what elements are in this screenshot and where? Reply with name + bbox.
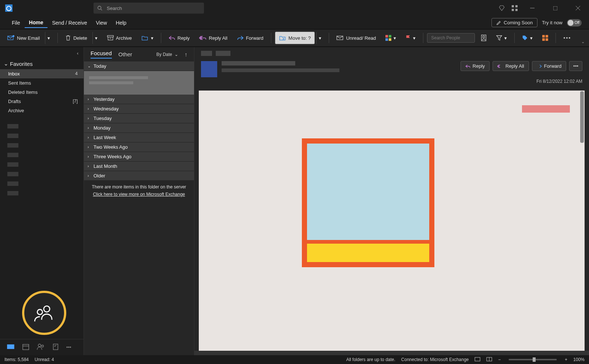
menubar: File Home Send / Receive View Help Comin…	[0, 16, 589, 29]
status-items: Items: 5,584	[4, 357, 29, 362]
view-reading-button[interactable]	[486, 357, 492, 363]
close-button[interactable]	[570, 1, 586, 15]
categorize-button[interactable]: ▾	[382, 32, 400, 44]
folder-drafts[interactable]: Drafts [7]	[0, 97, 84, 106]
menu-home[interactable]: Home	[25, 18, 48, 28]
group-older[interactable]: ›Older	[84, 171, 194, 181]
premium-icon[interactable]	[498, 5, 505, 11]
delete-dropdown[interactable]: ▾	[92, 32, 101, 44]
coming-soon-button[interactable]: Coming Soon	[491, 18, 537, 27]
search-people-input[interactable]	[427, 33, 475, 43]
svg-point-28	[37, 310, 42, 315]
sort-direction-button[interactable]: ↑	[185, 51, 188, 57]
ribbon-expand-button[interactable]: ⌄	[581, 39, 585, 44]
archive-icon	[107, 35, 114, 41]
group-last-month[interactable]: ›Last Month	[84, 162, 194, 171]
apps-icon[interactable]	[512, 5, 518, 11]
horizontal-scrollbar[interactable]	[194, 351, 589, 355]
address-book-button[interactable]	[477, 32, 490, 44]
view-normal-button[interactable]	[475, 357, 480, 363]
chevron-right-icon: ›	[88, 145, 91, 149]
pane-reply-all-button[interactable]: Reply All	[493, 61, 529, 71]
group-today[interactable]: ⌄ Today	[84, 61, 194, 71]
zoom-in-button[interactable]: +	[565, 357, 567, 362]
favorites-header[interactable]: ⌄ Favorites	[0, 57, 84, 69]
tags-button[interactable]: ▾	[518, 32, 536, 44]
redacted-folders	[0, 115, 84, 204]
svg-rect-4	[512, 9, 514, 11]
archive-button[interactable]: Archive	[103, 32, 135, 44]
calendar-view-button[interactable]	[22, 343, 29, 351]
chevron-right-icon: ›	[88, 126, 91, 130]
chevron-right-icon: ›	[88, 97, 91, 101]
statusbar: Items: 5,584 Unread: 4 All folders are u…	[0, 355, 589, 364]
collapse-pane-button[interactable]: ‹	[75, 50, 81, 57]
tab-focused[interactable]: Focused	[91, 50, 112, 59]
vertical-scrollbar[interactable]	[580, 91, 584, 143]
menu-file[interactable]: File	[7, 18, 25, 28]
tag-icon	[522, 35, 528, 41]
group-yesterday[interactable]: ›Yesterday	[84, 95, 194, 104]
move-folder-button[interactable]: ▾	[138, 32, 157, 44]
new-email-button[interactable]: New Email	[4, 32, 43, 44]
people-view-button[interactable]	[37, 343, 45, 351]
group-two-weeks-ago[interactable]: ›Two Weeks Ago	[84, 142, 194, 152]
reply-button[interactable]: Reply	[165, 32, 193, 44]
reply-all-icon	[199, 35, 207, 40]
search-placeholder: Search	[107, 6, 122, 11]
svg-point-27	[44, 306, 50, 312]
group-monday[interactable]: ›Monday	[84, 123, 194, 133]
ellipsis-icon	[563, 37, 571, 39]
forward-button[interactable]: Forward	[233, 32, 267, 44]
chevron-right-icon: ›	[88, 174, 91, 178]
folder-deleted[interactable]: Deleted Items	[0, 88, 84, 97]
try-it-toggle[interactable]: Off	[567, 19, 582, 26]
group-three-weeks-ago[interactable]: ›Three Weeks Ago	[84, 152, 194, 162]
sort-bydate[interactable]: By Date ⌄	[156, 52, 178, 57]
folder-inbox[interactable]: Inbox 4	[0, 69, 84, 78]
folder-archive[interactable]: Archive	[0, 106, 84, 115]
mail-view-button[interactable]	[7, 344, 15, 351]
unread-read-button[interactable]: Unread/ Read	[333, 32, 380, 44]
message-item[interactable]	[84, 71, 194, 95]
move-to-dropdown[interactable]: ▾	[316, 32, 325, 44]
flag-icon	[406, 35, 411, 41]
minimize-button[interactable]	[524, 1, 540, 15]
address-book-icon	[481, 35, 487, 41]
more-views-button[interactable]: •••	[66, 344, 71, 350]
pane-forward-button[interactable]: Forward	[532, 61, 567, 71]
group-wednesday[interactable]: ›Wednesday	[84, 104, 194, 114]
new-email-dropdown[interactable]: ▾	[45, 32, 54, 44]
filter-button[interactable]: ▾	[493, 32, 511, 44]
addins-button[interactable]	[539, 32, 552, 44]
group-last-week[interactable]: ›Last Week	[84, 133, 194, 142]
maximize-button[interactable]	[547, 1, 563, 15]
group-tuesday[interactable]: ›Tuesday	[84, 114, 194, 123]
load-more-link[interactable]: Click here to view more on Microsoft Exc…	[84, 190, 194, 201]
message-body[interactable]	[199, 91, 585, 351]
move-to-button[interactable]: Move to: ?	[275, 32, 315, 44]
coming-soon-label: Coming Soon	[504, 20, 533, 25]
pane-more-button[interactable]: •••	[569, 61, 582, 71]
new-mail-icon	[7, 35, 15, 41]
tasks-view-button[interactable]	[52, 343, 59, 351]
chevron-right-icon: ›	[88, 135, 91, 139]
zoom-out-button[interactable]: −	[498, 357, 501, 362]
menu-sendreceive[interactable]: Send / Receive	[47, 18, 91, 28]
global-search[interactable]: Search	[94, 3, 204, 14]
flag-button[interactable]: ▾	[402, 32, 419, 44]
svg-rect-29	[7, 344, 14, 349]
more-commands-button[interactable]	[560, 32, 574, 44]
svg-line-1	[101, 9, 102, 11]
menu-view[interactable]: View	[91, 18, 111, 28]
reply-all-button[interactable]: Reply All	[195, 32, 231, 44]
pane-reply-button[interactable]: Reply	[461, 61, 490, 71]
menu-help[interactable]: Help	[112, 18, 131, 28]
delete-button[interactable]: Delete	[61, 32, 91, 44]
tab-other[interactable]: Other	[119, 51, 133, 57]
chevron-right-icon: ›	[88, 164, 91, 168]
zoom-slider[interactable]	[509, 359, 557, 360]
folder-pane: ‹ ⌄ Favorites Inbox 4 Sent Items Deleted…	[0, 47, 84, 355]
folder-sent[interactable]: Sent Items	[0, 78, 84, 88]
categories-icon	[385, 35, 391, 41]
